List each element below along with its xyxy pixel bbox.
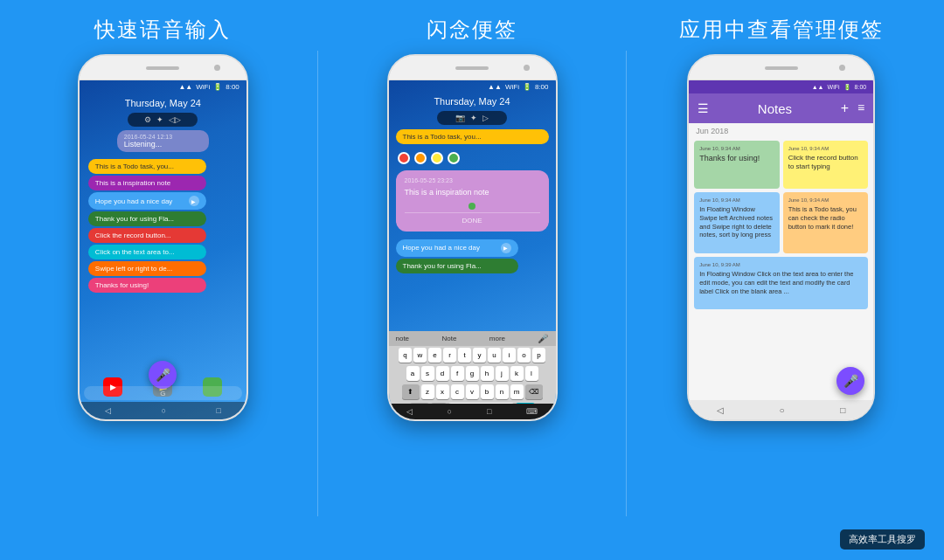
key-p[interactable]: p — [532, 348, 545, 363]
google-text: G — [160, 390, 165, 398]
note1-text: Thanks for using! — [699, 154, 774, 164]
key-d[interactable]: d — [436, 366, 449, 381]
phone1-status: ▲▲ WiFi 🔋 8:00 — [80, 80, 246, 93]
phone2-top — [389, 56, 556, 80]
phone1-top — [80, 56, 246, 80]
settings-icon[interactable]: ⚙ — [144, 115, 151, 124]
kb-note-label: note — [396, 335, 410, 342]
key-z[interactable]: z — [421, 384, 434, 399]
key-t[interactable]: t — [458, 348, 471, 363]
phone3-camera — [839, 65, 845, 71]
note-card-5[interactable]: June 10, 9:39 AM In Floating Window Clic… — [694, 257, 868, 309]
p3-nav-home[interactable]: ○ — [780, 405, 785, 415]
key-q[interactable]: q — [399, 348, 412, 363]
p2-camera-icon[interactable]: 📷 — [455, 114, 465, 122]
note2-date: June 10, 9:34 AM — [788, 146, 864, 151]
p2-arrow-icon[interactable]: ▷ — [482, 114, 489, 122]
p2-nav-keyboard[interactable]: ⌨ — [526, 407, 538, 416]
p2-signal-icon: ▲▲ — [488, 83, 502, 91]
phone1-camera — [214, 65, 220, 71]
note-card-3[interactable]: June 10, 9:34 AM In Floating Window Swip… — [694, 192, 780, 253]
key-r[interactable]: r — [443, 348, 456, 363]
phone2-date: Thursday, May 24 — [389, 93, 556, 109]
note4-text: This is a Todo task, you can check the r… — [788, 205, 864, 231]
key-l[interactable]: l — [525, 366, 538, 381]
keyboard-row3: ⬆ z x c v b n m ⌫ — [389, 383, 556, 401]
color-dots-row — [389, 149, 556, 168]
key-e[interactable]: e — [428, 348, 441, 363]
key-x[interactable]: x — [436, 384, 449, 399]
key-m[interactable]: m — [510, 384, 524, 399]
key-b[interactable]: b — [481, 384, 494, 399]
p2-nav-home[interactable]: ○ — [448, 407, 452, 416]
phone2-toolbar: 📷 ✦ ▷ — [437, 111, 507, 125]
key-k[interactable]: k — [510, 366, 524, 381]
note5-text: In Floating Window Click on the text are… — [699, 270, 863, 295]
pill-thankyou: Thank you for using Fla... — [88, 211, 206, 226]
phone1-speaker — [146, 66, 179, 70]
key-n[interactable]: n — [496, 384, 509, 399]
nav-recents[interactable]: □ — [217, 406, 221, 415]
key-j[interactable]: j — [496, 366, 509, 381]
phone2-status: ▲▲ WiFi 🔋 8:00 — [389, 80, 556, 93]
p2-add-icon[interactable]: ✦ — [470, 114, 477, 122]
play-icon[interactable]: ▶ — [189, 196, 199, 206]
nav-back[interactable]: ◁ — [105, 406, 111, 415]
toolbar-actions: + ≡ — [841, 100, 865, 116]
key-c[interactable]: c — [451, 384, 464, 399]
p2-nav-back[interactable]: ◁ — [406, 407, 413, 416]
key-v[interactable]: v — [466, 384, 479, 399]
pill-todo: This is a Todo task, you... — [88, 159, 206, 174]
key-u[interactable]: u — [488, 348, 501, 363]
key-w[interactable]: w — [413, 348, 427, 363]
p2-pill-niceday-text: Hope you had a nice day — [403, 244, 481, 252]
listening-text: Listening... — [124, 140, 202, 149]
note4-date: June 10, 9:34 AM — [788, 197, 864, 203]
pill-niceday: Hope you had a nice day ▶ — [88, 192, 206, 210]
p2-battery-icon: 🔋 — [523, 83, 531, 91]
key-h[interactable]: h — [481, 366, 494, 381]
key-backspace[interactable]: ⌫ — [525, 384, 543, 399]
mic-large-btn[interactable]: 🎤 — [149, 361, 177, 389]
section3-title: 应用中查看管理便签 — [679, 16, 884, 44]
divider2 — [626, 51, 627, 516]
note-card-4[interactable]: June 10, 9:34 AM This is a Todo task, yo… — [783, 192, 869, 253]
add-icon[interactable]: ✦ — [156, 115, 163, 124]
arrow-icon[interactable]: ◁▷ — [169, 115, 181, 124]
key-f[interactable]: f — [451, 366, 464, 381]
p2-pill-thankyou: Thank you for using Fla... — [396, 259, 518, 273]
key-s[interactable]: s — [421, 366, 434, 381]
key-y[interactable]: y — [473, 348, 486, 363]
p2-pill-thankyou-text: Thank you for using Fla... — [403, 262, 482, 270]
phone1-time: 8:00 — [226, 83, 239, 91]
p2-nav-recents[interactable]: □ — [487, 407, 491, 416]
divider1 — [317, 51, 318, 516]
p3-nav-recents[interactable]: □ — [840, 405, 845, 415]
kb-mic-icon[interactable]: 🎤 — [538, 334, 548, 343]
key-shift[interactable]: ⬆ — [402, 384, 420, 399]
note-card-2[interactable]: June 10, 9:34 AM Click the record button… — [783, 141, 869, 189]
google-bar[interactable]: G — [84, 386, 242, 400]
key-o[interactable]: o — [517, 348, 531, 363]
sort-icon[interactable]: ≡ — [857, 100, 864, 116]
key-a[interactable]: a — [406, 366, 420, 381]
note-card-1[interactable]: June 10, 9:34 AM Thanks for using! — [694, 141, 780, 189]
add-note-btn[interactable]: + — [841, 100, 849, 116]
nav-home[interactable]: ○ — [161, 406, 165, 415]
signal-icon: ▲▲ — [178, 83, 192, 91]
pill-click-text: Click on the text area to... — [95, 248, 175, 256]
key-i[interactable]: i — [503, 348, 516, 363]
notes-app-title: Notes — [758, 101, 792, 116]
hamburger-icon[interactable]: ☰ — [698, 101, 709, 115]
phone3-mic-fab[interactable]: 🎤 — [836, 367, 864, 395]
phone3: ▲▲ WiFi 🔋 8:00 ☰ Notes + ≡ — [687, 54, 875, 421]
listening-pill: 2016-05-24 12:13 Listening... — [117, 130, 209, 152]
pill-record-text: Click the record button... — [95, 232, 171, 239]
p3-nav-back[interactable]: ◁ — [717, 405, 724, 415]
key-g[interactable]: g — [466, 366, 479, 381]
card-done[interactable]: DONE — [405, 212, 540, 225]
p2-play-icon[interactable]: ▶ — [501, 243, 511, 253]
done-label: DONE — [462, 217, 482, 225]
pill-record: Click the record button... — [88, 228, 206, 243]
notes-app-toolbar: ☰ Notes + ≡ — [689, 93, 873, 123]
